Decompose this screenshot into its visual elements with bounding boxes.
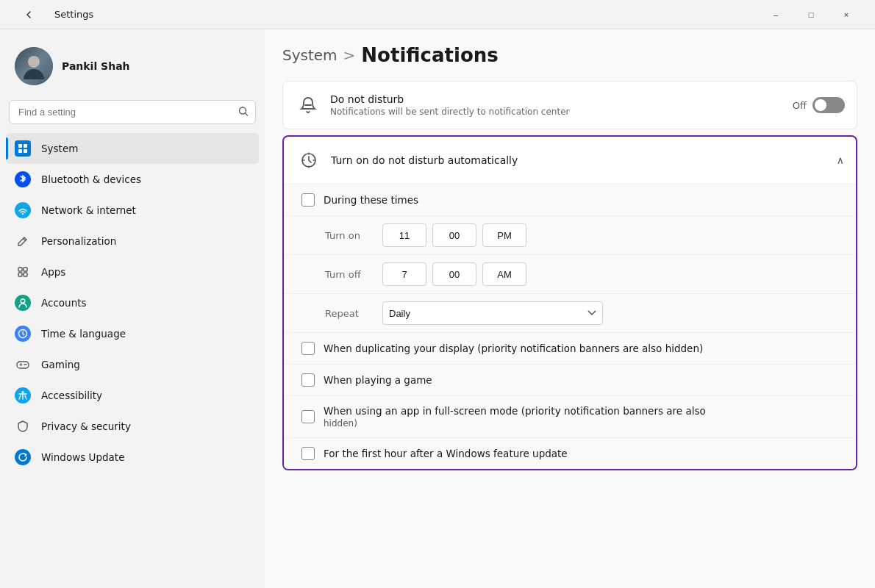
personalization-icon xyxy=(15,233,31,249)
duplicating-display-label: When duplicating your display (priority … xyxy=(324,343,703,354)
sidebar-item-label-gaming: Gaming xyxy=(41,359,80,370)
gaming-icon xyxy=(15,356,31,373)
svg-rect-8 xyxy=(18,273,22,276)
accounts-icon xyxy=(15,295,31,311)
sidebar-item-label-privacy: Privacy & security xyxy=(41,420,131,432)
nav-list: System Bluetooth & devices xyxy=(0,133,265,473)
sidebar-item-privacy[interactable]: Privacy & security xyxy=(6,411,259,442)
during-times-checkbox[interactable] xyxy=(301,193,315,207)
avatar xyxy=(15,47,53,85)
sidebar-item-apps[interactable]: Apps xyxy=(6,257,259,287)
breadcrumb-parent: System xyxy=(282,46,338,64)
sidebar-item-update[interactable]: Windows Update xyxy=(6,442,259,473)
sidebar-item-label-accounts: Accounts xyxy=(41,297,87,309)
search-box xyxy=(9,100,256,124)
svg-point-10 xyxy=(21,299,25,304)
svg-rect-2 xyxy=(24,144,27,148)
playing-game-label: When playing a game xyxy=(324,374,432,386)
close-button[interactable]: × xyxy=(829,3,863,26)
title-bar-left: Settings xyxy=(12,3,93,26)
sidebar-item-label-bluetooth: Bluetooth & devices xyxy=(41,173,141,185)
turn-on-minute[interactable] xyxy=(432,223,476,247)
sidebar-item-accounts[interactable]: Accounts xyxy=(6,287,259,318)
fullscreen-row: When using an app in full-screen mode (p… xyxy=(284,396,856,438)
fullscreen-label-line1: When using an app in full-screen mode (p… xyxy=(324,405,706,417)
sidebar-item-accessibility[interactable]: Accessibility xyxy=(6,380,259,411)
maximize-button[interactable]: □ xyxy=(794,3,828,26)
svg-rect-12 xyxy=(17,362,29,368)
repeat-select[interactable]: Daily Weekdays Weekends xyxy=(382,301,603,325)
chevron-icon: ∧ xyxy=(837,154,844,166)
svg-rect-6 xyxy=(18,268,22,271)
svg-rect-7 xyxy=(24,268,27,271)
system-icon xyxy=(15,140,31,157)
app-body: Pankil Shah xyxy=(0,29,875,588)
svg-rect-4 xyxy=(24,149,27,153)
title-bar: Settings – □ × xyxy=(0,0,875,29)
turn-on-hour[interactable] xyxy=(382,223,426,247)
user-profile: Pankil Shah xyxy=(0,41,265,100)
minimize-button[interactable]: – xyxy=(759,3,793,26)
auto-expand-row[interactable]: Turn on do not disturb automatically ∧ xyxy=(284,137,856,184)
svg-point-5 xyxy=(22,213,24,215)
sidebar-item-label-time: Time & language xyxy=(41,328,126,340)
sidebar-item-label-personalization: Personalization xyxy=(41,235,116,247)
back-button[interactable] xyxy=(12,3,46,26)
bluetooth-icon xyxy=(15,171,31,187)
feature-update-row: For the first hour after a Windows featu… xyxy=(284,438,856,469)
duplicating-display-checkbox[interactable] xyxy=(301,342,315,355)
fullscreen-label-line2: hidden) xyxy=(324,418,706,429)
turn-off-ampm[interactable] xyxy=(482,262,526,286)
dnd-title: Do not disturb xyxy=(330,93,793,105)
feature-update-label: For the first hour after a Windows featu… xyxy=(324,448,568,459)
fullscreen-text: When using an app in full-screen mode (p… xyxy=(324,405,706,429)
turn-on-row: Turn on xyxy=(284,216,856,255)
sidebar-item-system[interactable]: System xyxy=(6,133,259,164)
sidebar-item-time[interactable]: Time & language xyxy=(6,318,259,349)
main-content: System > Notifications Do not disturb No… xyxy=(265,29,875,588)
breadcrumb-separator: > xyxy=(343,46,356,64)
during-times-label: During these times xyxy=(324,194,418,206)
sidebar-item-personalization[interactable]: Personalization xyxy=(6,226,259,257)
during-times-row: During these times xyxy=(284,184,856,216)
turn-on-ampm[interactable] xyxy=(482,223,526,247)
sidebar: Pankil Shah xyxy=(0,29,265,588)
svg-rect-3 xyxy=(18,149,22,153)
apps-icon xyxy=(15,264,31,280)
playing-game-checkbox[interactable] xyxy=(301,373,315,387)
turn-off-label: Turn off xyxy=(325,269,376,280)
auto-section-title: Turn on do not disturb automatically xyxy=(331,154,837,166)
dnd-toggle[interactable] xyxy=(813,97,845,113)
fullscreen-checkbox[interactable] xyxy=(301,410,315,423)
auto-section: Turn on do not disturb automatically ∧ D… xyxy=(282,135,857,470)
turn-off-row: Turn off xyxy=(284,255,856,294)
svg-rect-9 xyxy=(24,273,27,276)
breadcrumb-current: Notifications xyxy=(361,44,498,66)
duplicating-display-row: When duplicating your display (priority … xyxy=(284,333,856,365)
dnd-icon xyxy=(295,92,321,118)
accessibility-icon xyxy=(15,387,31,404)
privacy-icon xyxy=(15,418,31,434)
network-icon xyxy=(15,202,31,218)
sidebar-item-bluetooth[interactable]: Bluetooth & devices xyxy=(6,164,259,195)
search-icon xyxy=(238,106,249,118)
auto-section-icon xyxy=(296,147,322,173)
sidebar-item-network[interactable]: Network & internet xyxy=(6,195,259,226)
do-not-disturb-row: Do not disturb Notifications will be sen… xyxy=(283,82,857,129)
turn-off-hour[interactable] xyxy=(382,262,426,286)
search-input[interactable] xyxy=(9,100,256,124)
svg-point-14 xyxy=(26,364,27,365)
feature-update-checkbox[interactable] xyxy=(301,447,315,460)
sub-options: During these times Turn on Turn off xyxy=(284,184,856,469)
window-controls: – □ × xyxy=(759,3,863,26)
user-name: Pankil Shah xyxy=(62,60,130,72)
turn-on-label: Turn on xyxy=(325,230,376,241)
update-icon xyxy=(15,449,31,465)
repeat-row: Repeat Daily Weekdays Weekends xyxy=(284,294,856,333)
sidebar-item-label-update: Windows Update xyxy=(41,451,124,463)
sidebar-item-gaming[interactable]: Gaming xyxy=(6,349,259,380)
dnd-text: Do not disturb Notifications will be sen… xyxy=(330,93,793,117)
sidebar-item-label-system: System xyxy=(41,143,78,154)
turn-off-minute[interactable] xyxy=(432,262,476,286)
sidebar-item-label-apps: Apps xyxy=(41,266,65,278)
